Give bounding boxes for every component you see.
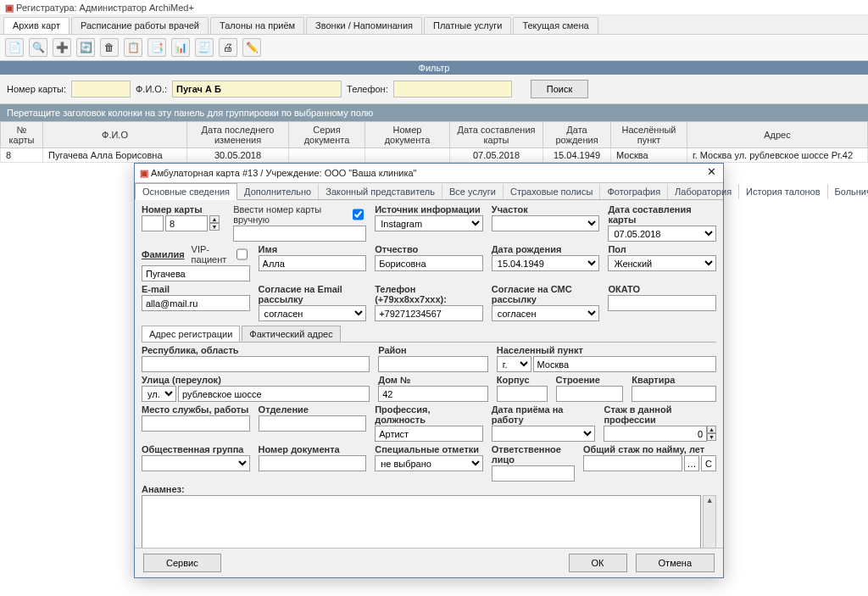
experience-spinner[interactable]: ▲▼	[707, 426, 716, 442]
dlg-tab-tickets[interactable]: История талонов	[739, 184, 827, 199]
cancel-button[interactable]: Отмена	[636, 554, 715, 572]
dlg-tab-sick[interactable]: Больничные	[828, 184, 868, 199]
korpus-input[interactable]	[497, 386, 548, 402]
calc-button[interactable]: С	[701, 455, 716, 471]
col-address[interactable]: Адрес	[687, 122, 868, 148]
vip-checkbox[interactable]	[236, 248, 248, 260]
cell-dob: 15.04.1949	[543, 148, 611, 163]
card-date-input[interactable]: 07.05.2018	[608, 226, 716, 242]
sms-consent-select[interactable]: согласен	[492, 305, 600, 321]
dlg-tab-legal[interactable]: Законный представитель	[319, 184, 442, 199]
lbl-sex: Пол	[608, 244, 716, 254]
total-exp-input[interactable]	[583, 455, 682, 471]
name-input[interactable]	[259, 255, 367, 271]
addr-tab-fact[interactable]: Фактический адрес	[242, 326, 340, 342]
workplace-input[interactable]	[142, 415, 250, 432]
cards-grid: № карты Ф.И.О Дата последнего изменения …	[0, 121, 868, 163]
tb-icon-9[interactable]: 🧾	[195, 38, 214, 57]
dlg-tab-services[interactable]: Все услуги	[442, 184, 504, 199]
dlg-tab-insurance[interactable]: Страховые полисы	[504, 184, 600, 199]
house-input[interactable]	[378, 386, 488, 402]
tab-tickets[interactable]: Талоны на приём	[210, 17, 304, 34]
tab-schedule[interactable]: Расписание работы врачей	[71, 17, 209, 34]
phone-input[interactable]	[375, 305, 483, 321]
source-select[interactable]: Instagram	[375, 215, 483, 231]
card-number-input[interactable]	[165, 215, 208, 231]
email-input[interactable]	[142, 295, 250, 311]
building-input[interactable]	[556, 386, 624, 402]
street-input[interactable]	[178, 386, 370, 402]
lbl-family: Фамилия	[142, 249, 185, 259]
search-phone-input[interactable]	[393, 81, 512, 97]
tb-icon-11[interactable]: ✏️	[242, 38, 261, 57]
tb-icon-6[interactable]: 📋	[124, 38, 142, 57]
col-dob[interactable]: Дата рождения	[543, 122, 611, 148]
dlg-tab-photo[interactable]: Фотография	[600, 184, 668, 199]
sex-select[interactable]: Женский	[608, 255, 716, 271]
col-card-date[interactable]: Дата составления карты	[450, 122, 543, 148]
lbl-email-consent: Согласие на Email рассылку	[259, 284, 367, 304]
tab-paid[interactable]: Платные услуги	[424, 17, 511, 34]
profession-input[interactable]	[375, 426, 483, 442]
tab-shift[interactable]: Текущая смена	[513, 17, 598, 34]
tb-icon-5[interactable]: 🗑	[100, 38, 119, 57]
city-type-select[interactable]: г.	[497, 356, 531, 372]
addr-tab-reg[interactable]: Адрес регистрации	[142, 326, 240, 342]
cell-card-no: 8	[1, 148, 43, 163]
table-row[interactable]: 8 Пугачева Алла Борисовна 30.05.2018 07.…	[1, 148, 868, 163]
tb-icon-7[interactable]: 📑	[147, 38, 166, 57]
col-fio[interactable]: Ф.И.О	[43, 122, 187, 148]
okato-input[interactable]	[608, 295, 716, 311]
responsible-input[interactable]	[492, 465, 575, 482]
family-input[interactable]	[142, 265, 250, 281]
experience-input[interactable]	[604, 426, 707, 442]
col-doc-series[interactable]: Серия документа	[289, 122, 365, 148]
search-card-input[interactable]	[71, 81, 131, 97]
dlg-tab-extra[interactable]: Дополнительно	[237, 184, 319, 199]
anamnesis-textarea[interactable]	[142, 495, 701, 548]
tb-icon-10[interactable]: 🖨	[219, 38, 237, 57]
manual-card-input[interactable]	[233, 226, 366, 242]
lookup-button[interactable]: …	[684, 455, 699, 471]
service-button[interactable]: Сервис	[143, 554, 221, 572]
street-type-select[interactable]: ул.	[142, 386, 176, 402]
special-notes-select[interactable]: не выбрано	[375, 455, 483, 471]
col-doc-no[interactable]: Номер документа	[365, 122, 450, 148]
col-last-changed[interactable]: Дата последнего изменения	[187, 122, 289, 148]
group-hint-bar[interactable]: Перетащите заголовок колонки на эту пане…	[0, 104, 868, 121]
anamnesis-scrollbar[interactable]: ▲▼	[703, 495, 716, 548]
department-input[interactable]	[259, 415, 367, 432]
tb-icon-1[interactable]: 📄	[5, 38, 24, 57]
filter-bar[interactable]: Фильтр	[0, 61, 868, 75]
ok-button[interactable]: ОК	[569, 554, 627, 572]
flat-input[interactable]	[632, 386, 716, 402]
tb-icon-4[interactable]: 🔄	[76, 38, 95, 57]
tb-icon-2[interactable]: 🔍	[29, 38, 47, 57]
col-card-no[interactable]: № карты	[1, 122, 43, 148]
site-select[interactable]	[492, 215, 600, 231]
tb-icon-8[interactable]: 📊	[171, 38, 190, 57]
lbl-hire-date: Дата приёма на работу	[492, 404, 596, 425]
card-prefix-input[interactable]	[142, 215, 164, 231]
city-input[interactable]	[533, 356, 716, 372]
dlg-tab-lab[interactable]: Лаборатория	[668, 184, 739, 199]
patronymic-input[interactable]	[375, 255, 483, 271]
social-group-select[interactable]	[142, 455, 250, 471]
col-city[interactable]: Населённый пункт	[611, 122, 687, 148]
email-consent-select[interactable]: согласен	[259, 305, 367, 321]
close-icon[interactable]: ✕	[704, 166, 718, 180]
cell-fio: Пугачева Алла Борисовна	[43, 148, 187, 163]
tb-icon-3[interactable]: ➕	[53, 38, 71, 57]
district-input[interactable]	[378, 356, 488, 372]
manual-card-checkbox[interactable]	[353, 209, 364, 220]
card-spinner[interactable]: ▲▼	[209, 215, 220, 231]
doc-number-input[interactable]	[259, 455, 367, 471]
tab-archive[interactable]: Архив карт	[3, 17, 70, 34]
hire-date-input[interactable]	[492, 426, 596, 442]
dob-input[interactable]: 15.04.1949	[492, 255, 600, 271]
search-fio-input[interactable]	[172, 81, 342, 97]
republic-input[interactable]	[142, 356, 370, 372]
search-button[interactable]: Поиск	[531, 80, 588, 98]
dlg-tab-main[interactable]: Основные сведения	[135, 183, 237, 200]
tab-calls[interactable]: Звонки / Напоминания	[306, 17, 422, 34]
